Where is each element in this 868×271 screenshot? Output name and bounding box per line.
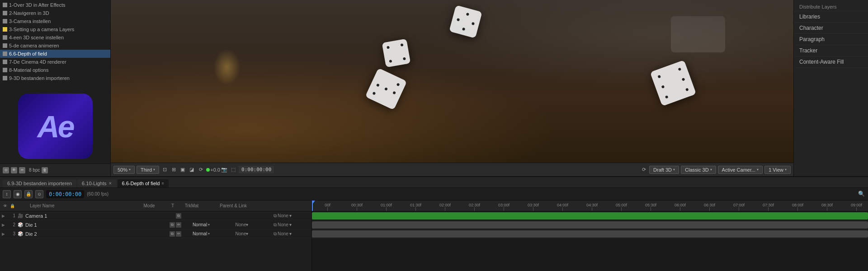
parent-arrow-1: ▾ — [289, 213, 292, 218]
item-label: 9-3D bestanden importeren — [9, 75, 70, 81]
ruler-ticks: 00f 00:30f 01:00f 01:30f 02:00f 02:30f 0… — [312, 201, 868, 211]
exposure-icon[interactable]: +0.0 — [212, 166, 219, 173]
project-item-10[interactable]: 9-3D bestanden importeren — [0, 74, 110, 82]
layer-icon-chain-2[interactable]: ⧉ — [170, 222, 175, 228]
ruler-tick-7 — [533, 207, 533, 211]
renderer-refresh-icon[interactable]: ⟳ — [640, 166, 647, 173]
parent-label-3: None — [278, 231, 288, 236]
mode-arrow-2: ▾ — [208, 223, 210, 227]
layer-type-icon-3: 🎲 — [17, 231, 24, 237]
trkmat-col-3[interactable]: None▾ — [228, 231, 255, 236]
layer-row-3[interactable]: ▶ 3 🎲 Die 2 ⧉ ✏ Normal▾ None▾ ⧉ None ▾ — [0, 229, 311, 238]
item-label: 2-Navigeren in 3D — [9, 10, 49, 16]
expand-all-button[interactable]: ↕ — [3, 190, 11, 198]
mask-icon[interactable]: ◪ — [188, 166, 195, 173]
3d-mode-button[interactable]: Classic 3D ▾ — [681, 166, 716, 174]
project-item-2[interactable]: 2-Navigeren in 3D — [0, 9, 110, 17]
ruler-tick-8 — [562, 207, 563, 211]
zoom-button[interactable]: 50% ▾ — [113, 166, 135, 174]
ruler-tick-4 — [445, 207, 445, 211]
eye-icon[interactable]: 👁 — [11, 167, 17, 173]
parent-col-2[interactable]: ⧉ None ▾ — [255, 222, 310, 228]
project-item-9[interactable]: 8-Material options — [0, 66, 110, 74]
playhead[interactable] — [312, 201, 313, 211]
right-panel-item-libraries[interactable]: Libraries — [794, 11, 868, 23]
project-item-1[interactable]: 1-Over 3D in After Effects — [0, 1, 110, 9]
right-panel-item-character[interactable]: Character — [794, 23, 868, 34]
layer-expand-1[interactable]: ▶ — [2, 214, 7, 218]
layer-icon-pen-2[interactable]: ✏ — [176, 222, 181, 228]
safe-icon[interactable]: ▣ — [179, 166, 186, 173]
trash-icon[interactable]: 🗑 — [42, 167, 48, 173]
project-item-5[interactable]: 4-een 3D scene instellen — [0, 33, 110, 42]
right-panel-item-distribute-layers: Distribute Layers — [794, 3, 868, 11]
ruler-label-10: 05:00f — [616, 203, 627, 207]
parent-col-3[interactable]: ⧉ None ▾ — [255, 231, 310, 237]
layer-header: 👁 🔒 Layer Name Mode T TrkMat Parent & Li… — [0, 201, 311, 211]
ruler-mark-3: 01:30f — [401, 203, 430, 211]
solo-icon[interactable]: ⊙ — [3, 167, 9, 173]
shy-button[interactable]: ☺ — [35, 190, 43, 198]
project-item-3[interactable]: 3-Camera instellen — [0, 17, 110, 25]
ruler-mark-8: 04:00f — [548, 203, 577, 211]
motion-icon[interactable]: ⟳ — [197, 166, 204, 173]
pencil-icon[interactable]: ✏ — [19, 167, 25, 173]
layer-icon-chain-1[interactable]: ⧉ — [176, 213, 181, 219]
parent-col-header: Parent & Link — [206, 203, 260, 208]
ruler-mark-15: 07:30f — [754, 203, 783, 211]
project-item-7[interactable]: 6.6-Depth of field — [0, 50, 110, 58]
camera-icon[interactable]: 📷 — [221, 166, 228, 173]
layer-icon-chain-3[interactable]: ⧉ — [170, 231, 175, 237]
track-row-3[interactable] — [312, 229, 868, 238]
mode-select-2[interactable]: Normal▾ — [183, 222, 219, 227]
ruler-label-4: 02:00f — [439, 203, 451, 207]
mode-select-3[interactable]: Normal▾ — [183, 231, 219, 236]
fit-icon[interactable]: ⊡ — [161, 166, 168, 173]
timeline-tab-6.6-depth-of-field[interactable]: 6.6-Depth of field≡ — [118, 179, 169, 187]
parent-arrow-3: ▾ — [289, 231, 292, 236]
lock-button[interactable]: 🔒 — [24, 190, 33, 198]
camera-view-button[interactable]: Active Camer... ▾ — [718, 166, 763, 174]
timeline-tab-6.9-3d-bestanden-importeren[interactable]: 6.9-3D bestanden importeren — [3, 179, 76, 187]
ruler-mark-16: 08:00f — [783, 203, 812, 211]
right-panel-item-paragraph[interactable]: Paragraph — [794, 34, 868, 45]
layer-icon-pen-3[interactable]: ✏ — [176, 231, 181, 237]
layer-expand-3[interactable]: ▶ — [2, 232, 7, 236]
timeline-tab-6.10-lights[interactable]: 6.10-Lights✕ — [77, 179, 116, 187]
track-row-2[interactable] — [312, 220, 868, 229]
ruler-label-9: 04:30f — [586, 203, 598, 207]
ruler-tick-11 — [651, 207, 651, 211]
layer-panel: 👁 🔒 Layer Name Mode T TrkMat Parent & Li… — [0, 201, 312, 271]
renderer-button[interactable]: Draft 3D ▾ — [649, 166, 679, 174]
tab-menu-icon[interactable]: ≡ — [161, 181, 164, 186]
ruler-label-14: 07:00f — [733, 203, 745, 207]
snapshot-icon[interactable]: ⬚ — [230, 166, 237, 173]
item-label: 6.6-Depth of field — [9, 51, 47, 56]
layer-icons-3: ⧉ ✏ — [170, 231, 181, 237]
layer-row-2[interactable]: ▶ 2 🎲 Die 1 ⧉ ✏ Normal▾ None▾ ⧉ None ▾ — [0, 220, 311, 229]
parent-col-1[interactable]: ⧉ None ▾ — [255, 213, 310, 219]
ruler-mark-17: 08:30f — [812, 203, 842, 211]
right-panel-item-tracker[interactable]: Tracker — [794, 45, 868, 56]
project-item-8[interactable]: 7-De Cinema 4D renderer — [0, 58, 110, 66]
project-item-4[interactable]: 3-Setting up a camera Layers — [0, 25, 110, 33]
view-button[interactable]: Third ▾ — [137, 166, 159, 174]
timeline-ruler-area: 00f 00:30f 01:00f 01:30f 02:00f 02:30f 0… — [312, 201, 868, 271]
parent-arrow-2: ▾ — [289, 222, 292, 227]
project-item-6[interactable]: 5-de camera animeren — [0, 42, 110, 50]
item-icon — [3, 11, 7, 15]
ruler-tick-5 — [474, 207, 475, 211]
mode-label-2: Normal — [193, 222, 207, 227]
tab-close-button[interactable]: ✕ — [108, 181, 112, 186]
right-panel-item-content-aware-fill[interactable]: Content-Aware Fill — [794, 56, 868, 68]
solo-button[interactable]: ◉ — [14, 190, 22, 198]
ruler-tick-6 — [504, 207, 504, 211]
trkmat-col-2[interactable]: None▾ — [228, 222, 255, 227]
track-row-1[interactable] — [312, 211, 868, 220]
ruler-tick-3 — [415, 207, 416, 211]
layer-row-1[interactable]: ▶ 1 🎥 Camera 1 ⧉ ⧉ None ▾ — [0, 211, 311, 220]
layer-expand-2[interactable]: ▶ — [2, 223, 7, 227]
grid-icon[interactable]: ⊞ — [170, 166, 177, 173]
timeline-search-icon[interactable]: 🔍 — [858, 191, 865, 198]
view-count-button[interactable]: 1 View ▾ — [764, 166, 791, 174]
